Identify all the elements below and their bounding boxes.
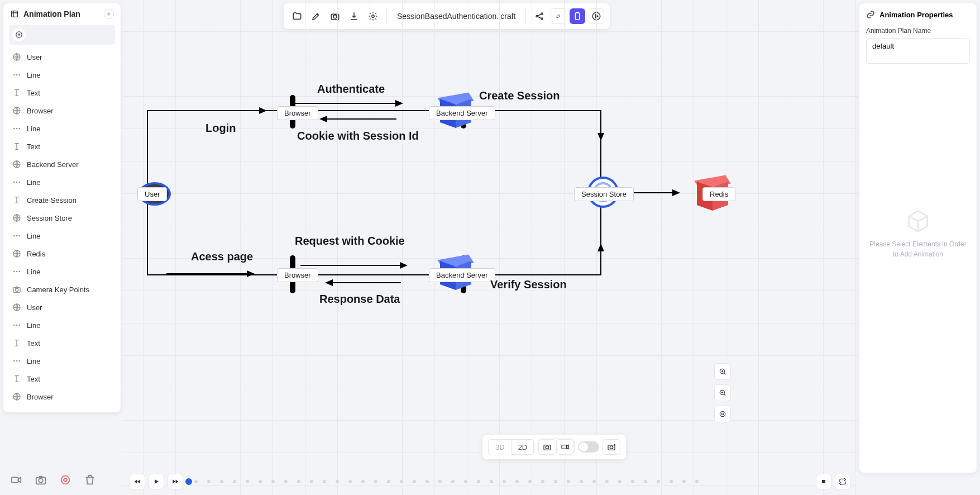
list-item[interactable]: Line	[3, 316, 121, 334]
dots-icon	[12, 321, 21, 330]
timeline-marker	[464, 480, 467, 483]
empty-state-text: Please Select Elements in Order to Add A…	[866, 239, 970, 259]
list-item[interactable]: User	[3, 48, 121, 66]
list-item[interactable]: Line	[3, 173, 121, 191]
svg-point-29	[16, 360, 18, 362]
view-2d-button[interactable]: 2D	[511, 440, 534, 455]
timeline-marker	[413, 480, 416, 483]
mode-switch[interactable]	[578, 441, 599, 453]
list-item-label: Text	[27, 89, 40, 97]
timeline-marker	[348, 480, 352, 483]
timeline-marker	[695, 480, 699, 483]
timeline-marker	[387, 480, 390, 483]
dots-icon	[12, 410, 21, 412]
list-item[interactable]: Line	[3, 120, 121, 137]
svg-point-11	[13, 182, 15, 183]
svg-point-80	[546, 446, 549, 449]
video-mode-button[interactable]	[556, 439, 574, 455]
capture-button[interactable]	[603, 439, 620, 455]
rewind-button[interactable]	[130, 474, 145, 489]
left-panel: Animation Plan UserLineTextBrowserLineTe…	[3, 3, 121, 412]
zoom-fit-button[interactable]	[714, 406, 731, 422]
list-item[interactable]: Browser	[3, 388, 121, 406]
svg-marker-64	[400, 262, 408, 269]
text-icon	[12, 88, 21, 97]
add-plan-button[interactable]	[104, 9, 114, 19]
dots-icon	[12, 356, 21, 365]
list-item[interactable]: Redis	[3, 245, 121, 263]
text-icon	[12, 374, 21, 383]
trash-button[interactable]	[84, 474, 96, 486]
play-timeline-button[interactable]	[149, 474, 164, 489]
svg-marker-61	[672, 189, 680, 196]
camera-button[interactable]	[35, 474, 47, 486]
list-item[interactable]: Session Store	[3, 209, 121, 227]
add-element-button[interactable]	[12, 28, 26, 41]
timeline-marker	[541, 480, 544, 483]
svg-point-41	[39, 478, 42, 482]
list-item[interactable]: Camera Key Points	[3, 280, 121, 298]
list-item[interactable]: Line	[3, 352, 121, 370]
plan-name-input[interactable]	[866, 38, 970, 64]
list-item[interactable]: Text	[3, 334, 121, 352]
svg-point-4	[16, 74, 18, 76]
timeline-marker	[567, 480, 570, 483]
zoom-in-button[interactable]	[714, 363, 731, 380]
svg-point-25	[13, 325, 15, 326]
list-item-label: Line	[27, 178, 41, 187]
text-icon	[12, 196, 21, 204]
redis-label: Redis	[702, 187, 735, 201]
timeline-marker	[194, 480, 198, 483]
svg-point-83	[610, 446, 613, 449]
svg-point-19	[13, 271, 15, 273]
photo-mode-button[interactable]	[538, 439, 556, 455]
target-button[interactable]	[59, 474, 71, 486]
list-item[interactable]: User	[3, 298, 121, 316]
browser-label-2[interactable]: Browser	[277, 268, 318, 282]
forward-button[interactable]	[168, 474, 183, 489]
list-item[interactable]: Text	[3, 84, 121, 102]
list-item[interactable]: Browser	[3, 102, 121, 120]
globe-icon	[12, 392, 21, 401]
list-item[interactable]: Text	[3, 137, 121, 155]
list-item[interactable]: Create Session	[3, 191, 121, 209]
session-store-label: Session Store	[574, 187, 634, 201]
timeline-playhead[interactable]	[185, 478, 192, 485]
list-item-label: Session Store	[27, 214, 72, 222]
list-item-label: Browser	[27, 107, 54, 115]
timeline-marker	[323, 480, 326, 483]
timeline-track[interactable]	[187, 480, 812, 483]
list-item[interactable]: Text	[3, 370, 121, 388]
loop-button[interactable]	[835, 474, 850, 489]
list-item[interactable]: Line	[3, 66, 121, 84]
authenticate-text: Authenticate	[317, 83, 385, 96]
svg-marker-72	[247, 270, 255, 277]
canvas-area[interactable]: User Browser Backend Server Browser Back…	[122, 0, 858, 495]
list-item[interactable]: Line	[3, 263, 121, 280]
list-item-label: Text	[27, 375, 40, 383]
timeline-marker	[259, 480, 262, 483]
svg-point-23	[15, 288, 18, 291]
stop-button[interactable]	[816, 474, 831, 489]
svg-point-42	[61, 476, 70, 484]
timeline-marker	[233, 480, 236, 483]
list-item[interactable]: Line	[3, 227, 121, 245]
view-3d-button[interactable]: 3D	[489, 440, 511, 455]
timeline-marker	[400, 480, 403, 483]
svg-rect-81	[562, 445, 567, 449]
svg-point-9	[18, 128, 20, 130]
create-session-text: Create Session	[479, 89, 560, 102]
video-button[interactable]	[10, 474, 22, 486]
list-item[interactable]: Line	[3, 406, 121, 412]
bottom-left-toolbar	[3, 469, 121, 491]
list-item[interactable]: Backend Server	[3, 155, 121, 173]
list-item-label: Line	[27, 232, 41, 240]
timeline-marker	[515, 480, 519, 483]
list-item-label: Line	[27, 125, 41, 133]
zoom-out-button[interactable]	[714, 384, 731, 401]
timeline-marker	[297, 480, 300, 483]
browser-label-1[interactable]: Browser	[277, 106, 318, 120]
list-item-label: Line	[27, 321, 41, 330]
list-item-label: Line	[27, 411, 41, 413]
timeline-marker	[503, 480, 506, 483]
